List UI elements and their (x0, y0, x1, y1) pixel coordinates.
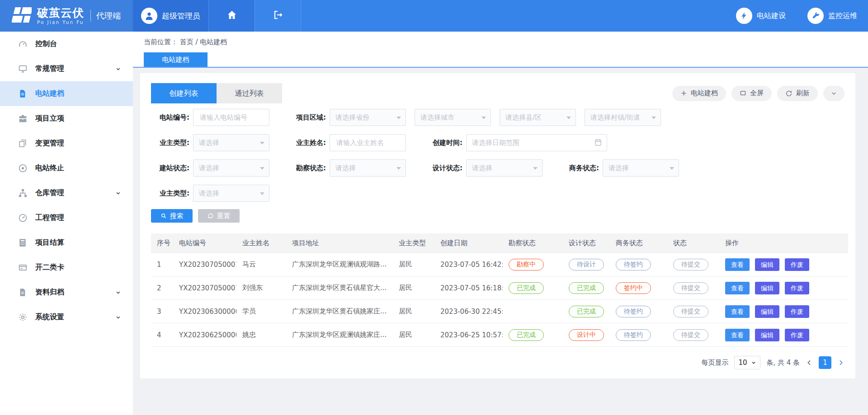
sidebar-item-label: 开二类卡 (35, 263, 64, 272)
tab-passed-list[interactable]: 通过列表 (217, 83, 282, 103)
next-page-button[interactable] (837, 359, 844, 366)
edit-button[interactable]: 编辑 (755, 305, 779, 318)
sitemap-icon (18, 188, 28, 198)
sidebar-item-pages[interactable]: 变更管理 (0, 131, 133, 156)
void-button[interactable]: 作废 (785, 282, 809, 294)
page-size-select[interactable]: 10 (734, 356, 760, 369)
province-select[interactable]: 请选择省份 (330, 109, 406, 126)
survey-status-select[interactable]: 请选择 (330, 159, 406, 177)
sidebar-item-briefcase[interactable]: 项目立项 (0, 106, 133, 131)
filter-row-2: 业主类型: 请选择 业主姓名: 创建时间: 请选择日期范围 (151, 134, 844, 151)
edit-button[interactable]: 编辑 (755, 258, 779, 271)
current-page-button[interactable]: 1 (819, 356, 831, 369)
chevron-down-icon (115, 190, 121, 196)
design-status-badge: 已完成 (569, 282, 604, 294)
view-button[interactable]: 查看 (725, 305, 750, 318)
void-button[interactable]: 作废 (785, 258, 809, 271)
city-select-placeholder: 请选择城市 (420, 113, 454, 122)
select-arrow-icon (396, 117, 401, 119)
owner-type2-select[interactable]: 请选择 (193, 185, 269, 202)
survey-status-badge: 已完成 (509, 329, 544, 341)
reset-button[interactable]: 重置 (198, 209, 240, 223)
sidebar-item-card[interactable]: 开二类卡 (0, 255, 133, 280)
total-count-label: 条, 共 4 条 (766, 359, 800, 367)
city-select[interactable]: 请选择城市 (415, 109, 491, 126)
business-status-label: 商务状态: (561, 164, 599, 173)
void-button[interactable]: 作废 (785, 329, 809, 341)
edit-button[interactable]: 编辑 (755, 329, 779, 341)
nav-station-build[interactable]: 电站建设 (725, 0, 797, 32)
sidebar-item-label: 电站终止 (35, 163, 64, 173)
owner-name-label: 业主姓名: (288, 139, 326, 147)
survey-status-badge-cell: 勘察中 (503, 253, 563, 276)
table-row: 1YX2023070500011马云广东深圳龙华区观澜镇观湖路...居民2023… (151, 253, 848, 276)
fullscreen-button[interactable]: 全屏 (731, 86, 772, 101)
filter-row-1: 电站编号: 项目区域: 请选择省份 请选择城市 请选择县/区 请选择村镇/街道 (151, 109, 844, 126)
briefcase-icon (18, 114, 28, 124)
breadcrumb-path[interactable]: 首页 / 电站建档 (180, 38, 227, 46)
refresh-button[interactable]: 刷新 (777, 86, 818, 101)
view-button[interactable]: 查看 (725, 329, 750, 341)
user-menu[interactable]: 超级管理员 (133, 0, 208, 32)
date-range-picker[interactable]: 请选择日期范围 (466, 134, 607, 151)
design-status-select[interactable]: 请选择 (466, 159, 542, 177)
business-status-select[interactable]: 请选择 (603, 159, 679, 177)
collapse-toolbar-button[interactable] (823, 86, 844, 101)
cell-actions: 查看编辑作废 (719, 276, 848, 300)
cell-station-code: YX2023070500010 (173, 276, 236, 300)
nav-monitor-ops[interactable]: 监控运维 (797, 0, 868, 32)
design-status-badge-cell: 已完成 (563, 276, 610, 300)
sidebar-item-monitor[interactable]: 常规管理 (0, 56, 133, 81)
owner-type-select[interactable]: 请选择 (193, 134, 269, 151)
design-status-placeholder: 请选择 (472, 164, 492, 173)
filter-build-status: 建站状态: 请选择 (151, 159, 269, 177)
prev-page-button[interactable] (806, 359, 813, 366)
home-icon (226, 9, 237, 22)
add-station-button[interactable]: 电站建档 (672, 86, 726, 101)
sidebar-item-label: 电站建档 (35, 89, 64, 98)
table-row: 2YX2023070500010刘强东广东深圳龙华区黄石镇星官大...居民202… (151, 276, 848, 300)
status-badge-cell: 待提交 (667, 300, 719, 323)
select-arrow-icon (651, 117, 656, 119)
page-tab-station-archive[interactable]: 电站建档 (144, 52, 208, 67)
void-button[interactable]: 作废 (785, 305, 809, 318)
sidebar-item-document[interactable]: 电站建档 (0, 81, 133, 106)
cell-create-date: 2023-07-05 16:42:22 (434, 253, 503, 276)
per-page-label: 每页显示 (701, 359, 728, 367)
business-status-badge: 待签约 (616, 259, 651, 270)
sidebar-item-archive[interactable]: 资料归档 (0, 280, 133, 305)
edit-button[interactable]: 编辑 (755, 282, 779, 294)
town-select[interactable]: 请选择村镇/街道 (585, 109, 661, 126)
home-button[interactable] (208, 0, 255, 32)
column-header: 商务状态 (610, 233, 667, 253)
sidebar-item-sitemap[interactable]: 仓库管理 (0, 181, 133, 205)
view-button[interactable]: 查看 (725, 282, 750, 294)
owner-type2-label: 业主类型: (151, 189, 189, 198)
region-label: 项目区域: (288, 113, 326, 122)
sidebar-item-gear[interactable]: 系统设置 (0, 305, 133, 330)
build-status-placeholder: 请选择 (199, 164, 219, 173)
sidebar-item-calculator[interactable]: 项目结算 (0, 230, 133, 255)
sidebar-item-dashboard[interactable]: 控制台 (0, 32, 133, 56)
header-spacer (301, 0, 725, 32)
logout-button[interactable] (255, 0, 301, 32)
county-select[interactable]: 请选择县/区 (500, 109, 576, 126)
tab-create-list[interactable]: 创建列表 (151, 83, 217, 103)
survey-status-badge-cell: 已完成 (503, 276, 563, 300)
filter-survey-status: 勘察状态: 请选择 (288, 159, 406, 177)
add-station-label: 电站建档 (691, 89, 718, 98)
cell-actions: 查看编辑作废 (719, 323, 848, 347)
filter-buttons: 搜索 重置 (151, 209, 844, 223)
user-name: 超级管理员 (162, 11, 200, 21)
owner-name-input[interactable] (335, 138, 400, 147)
station-no-input[interactable] (199, 113, 264, 122)
design-status-badge: 已完成 (569, 306, 604, 317)
sidebar-item-gauge[interactable]: 工程管理 (0, 205, 133, 230)
design-status-badge: 待设计 (569, 259, 604, 270)
cell-index: 4 (151, 323, 173, 347)
cell-owner-name: 马云 (236, 253, 286, 276)
view-button[interactable]: 查看 (725, 258, 750, 271)
sidebar-item-target[interactable]: 电站终止 (0, 156, 133, 181)
search-button[interactable]: 搜索 (151, 209, 193, 223)
build-status-select[interactable]: 请选择 (193, 159, 269, 177)
